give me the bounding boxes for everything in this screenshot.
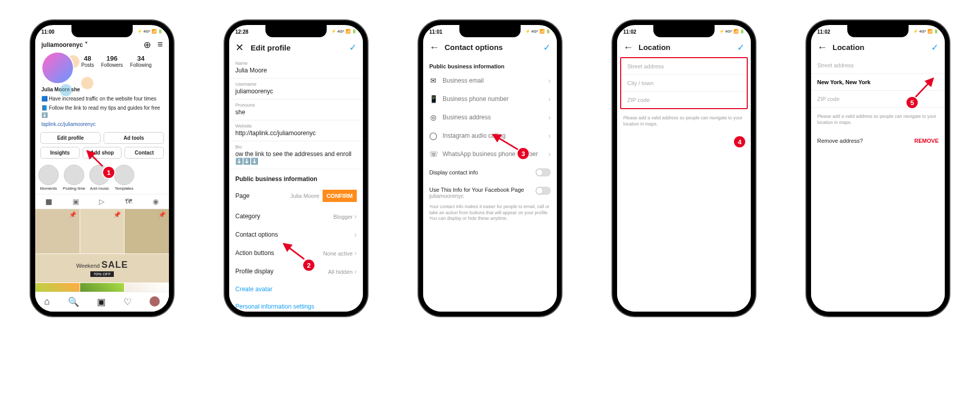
name-field[interactable]: Julia Moore — [229, 66, 363, 79]
grid-tab-icon[interactable]: ▦ — [45, 197, 52, 206]
pronouns-field[interactable]: she — [229, 108, 363, 120]
phone-icon: 📱 — [429, 95, 437, 103]
edit-profile-button[interactable]: Edit profile — [40, 132, 101, 144]
location-icon: ◎ — [429, 113, 437, 121]
close-icon[interactable]: ✕ — [235, 41, 246, 54]
bio-label: Bio — [229, 141, 363, 149]
time: 11:00 — [41, 29, 55, 36]
display-contact-toggle[interactable]: Display contact info — [423, 163, 557, 182]
facebook-info-toggle[interactable]: Use This Info for Your Facebook Pagejuli… — [423, 182, 557, 204]
remove-question: Remove address? — [817, 138, 863, 144]
name-label: Name — [229, 58, 363, 66]
status-icons: ⚡ 4G* 📶 🔋 — [137, 29, 163, 36]
svg-line-0 — [87, 151, 103, 166]
helper-text: Your contact info makes it easier for pe… — [423, 204, 557, 227]
category-row[interactable]: CategoryBlogger › — [229, 207, 363, 225]
create-avatar-link[interactable]: Create avatar — [229, 280, 363, 298]
status-icons: ⚡ 4G* 📶 🔋 — [525, 29, 551, 36]
email-icon: ✉ — [429, 76, 437, 85]
back-icon[interactable]: ← — [623, 41, 633, 53]
step-badge-5: 5 — [905, 96, 919, 109]
screen-title: Contact options — [445, 43, 538, 52]
screen-title: Location — [832, 43, 926, 52]
step-badge-2: 2 — [302, 259, 315, 272]
time: 11:02 — [817, 29, 830, 36]
profile-display-row[interactable]: Profile displayAll hidden › — [229, 262, 363, 280]
username-label: Username — [229, 79, 363, 87]
screen-title: Edit profile — [251, 43, 344, 52]
confirm-button[interactable]: CONFIRM — [323, 190, 357, 202]
time: 11:01 — [429, 29, 443, 36]
insights-button[interactable]: Insights — [40, 147, 80, 159]
personal-info-link[interactable]: Personal information settings — [229, 298, 363, 312]
status-icons: ⚡ 4G* 📶 🔋 — [719, 29, 745, 36]
pronouns-label: Pronouns — [229, 99, 363, 108]
time: 12:28 — [235, 29, 249, 36]
create-post-icon[interactable]: ⊕ — [143, 39, 151, 50]
confirm-icon[interactable]: ✓ — [931, 42, 939, 53]
status-icons: ⚡ 4G* 📶 🔋 — [331, 29, 357, 36]
zip-field[interactable]: ZIP code — [621, 92, 747, 108]
confirm-icon[interactable]: ✓ — [543, 42, 551, 53]
whatsapp-icon: ☏ — [429, 150, 437, 158]
business-address-row[interactable]: ◎Business address› — [423, 108, 557, 126]
back-icon[interactable]: ← — [429, 41, 439, 53]
screen-title: Location — [639, 43, 732, 52]
username-field[interactable]: juliamoorenyc — [229, 87, 363, 99]
street-field[interactable]: Street address — [621, 58, 747, 75]
business-section-title: Public business information — [229, 169, 363, 185]
svg-line-1 — [284, 244, 304, 259]
helper-text: Please add a valid address so people can… — [811, 108, 945, 131]
confirm-icon[interactable]: ✓ — [349, 42, 357, 53]
svg-line-2 — [493, 135, 519, 150]
back-icon[interactable]: ← — [817, 41, 827, 53]
video-tab-icon[interactable]: ▷ — [99, 197, 105, 206]
profile-icon[interactable] — [150, 296, 160, 307]
street-field[interactable]: Street address — [811, 57, 945, 74]
business-phone-row[interactable]: 📱Business phone number› — [423, 90, 557, 108]
confirm-icon[interactable]: ✓ — [737, 42, 745, 53]
contact-button[interactable]: Contact — [125, 147, 164, 159]
tagged-tab-icon[interactable]: ◉ — [153, 197, 159, 206]
step-badge-4: 4 — [733, 135, 746, 148]
highlighted-fields: Street address City / town ZIP code — [620, 57, 748, 109]
reels-icon[interactable]: ▣ — [97, 296, 106, 308]
home-icon[interactable]: ⌂ — [44, 296, 50, 308]
guides-tab-icon[interactable]: 🗺 — [125, 197, 132, 206]
ad-tools-button[interactable]: Ad tools — [104, 132, 164, 144]
step-badge-1: 1 — [102, 166, 115, 179]
website-field[interactable]: http://taplink.cc/juliamoorenyc — [229, 129, 363, 141]
remove-button[interactable]: REMOVE — [914, 138, 939, 144]
time: 11:02 — [623, 29, 636, 36]
svg-line-3 — [915, 79, 933, 98]
website-label: Website — [229, 120, 363, 129]
profile-avatar[interactable] — [41, 52, 74, 84]
page-row[interactable]: Page Julia MooreCONFIRM — [229, 185, 363, 207]
step-badge-3: 3 — [517, 147, 530, 160]
city-field[interactable]: City / town — [621, 75, 747, 92]
bio-field[interactable]: ow the link to see the addresses and enr… — [229, 149, 363, 169]
business-email-row[interactable]: ✉Business email› — [423, 71, 557, 90]
instagram-icon: ◯ — [429, 132, 437, 140]
section-title: Public business information — [423, 57, 557, 71]
helper-text: Please add a valid address so people can… — [617, 109, 751, 132]
menu-icon[interactable]: ≡ — [157, 39, 163, 50]
bio-link[interactable]: taplink.cc/juliamoorenyc — [35, 120, 169, 129]
status-icons: ⚡ 4G* 📶 🔋 — [913, 29, 939, 36]
search-icon[interactable]: 🔍 — [68, 296, 79, 308]
reels-tab-icon[interactable]: ▣ — [72, 197, 79, 206]
activity-icon[interactable]: ♡ — [124, 296, 132, 308]
